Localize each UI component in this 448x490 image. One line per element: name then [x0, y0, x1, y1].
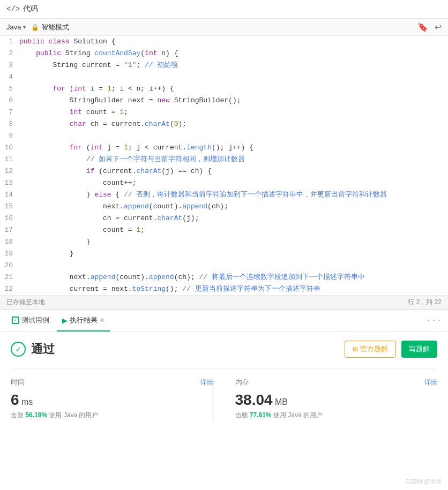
line-content: } else { // 否则，将计数器和当前字符追加到下一个描述字符串中，并更新… [19, 189, 448, 201]
pass-row: ✓ 通过 ⊞ 官方题解 写题解 [11, 341, 437, 358]
line-content: } [19, 248, 448, 260]
lock-icon: 🔒 [31, 24, 39, 31]
line-number: 1 [0, 36, 19, 48]
code-lines: 1public class Solution {2 public String … [0, 36, 448, 295]
table-row: 14 } else { // 否则，将计数器和当前字符追加到下一个描述字符串中，… [0, 189, 448, 201]
line-number: 8 [0, 118, 19, 130]
line-number: 22 [0, 283, 19, 295]
tab-test-case[interactable]: ✓ 测试用例 [6, 310, 55, 331]
table-row: 1public class Solution { [0, 36, 448, 48]
table-row: 21 next.append(count).append(ch); // 将最后… [0, 272, 448, 283]
code-editor[interactable]: 1public class Solution {2 public String … [0, 36, 448, 295]
table-row: 5 for (int i = 1; i < n; i++) { [0, 83, 448, 95]
bottom-tabs-left: ✓ 测试用例 ▶ 执行结果 ✕ [6, 310, 110, 331]
line-number: 4 [0, 71, 19, 83]
lang-label: Java [6, 23, 21, 31]
table-row: 20 [0, 260, 448, 272]
line-content: count = 1; [19, 224, 448, 236]
stat-detail-link[interactable]: 详情 [200, 378, 213, 387]
stat-beat: 击败 56.19% 使用 Java 的用户 [11, 411, 213, 420]
settings-button[interactable]: ↩ [435, 22, 442, 32]
line-content: char ch = current.charAt(0); [19, 118, 448, 130]
official-solution-button[interactable]: ⊞ 官方题解 [345, 341, 396, 358]
mode-label: 智能模式 [41, 22, 69, 32]
line-content: StringBuilder next = new StringBuilder()… [19, 95, 448, 107]
bookmark-button[interactable]: 🔖 [417, 22, 428, 32]
status-position: 行 2，列 22 [408, 298, 442, 307]
table-row: 9 [0, 130, 448, 142]
write-solution-button[interactable]: 写题解 [401, 341, 437, 358]
line-content: String current = "1"; // 初始项 [19, 59, 448, 71]
line-number: 21 [0, 272, 19, 283]
lang-selector[interactable]: Java ▾ [6, 23, 26, 31]
stat-detail-link[interactable]: 详情 [424, 378, 437, 387]
stat-label-text: 内存 [235, 378, 249, 387]
watermark: CSDN @世俗 [406, 478, 442, 486]
tab-test-label: 测试用例 [21, 315, 49, 325]
toolbar-left: Java ▾ 🔒 智能模式 [6, 22, 69, 32]
line-content: current = next.toString(); // 更新当前描述字符串为… [19, 283, 448, 295]
stat-unit: MB [273, 397, 288, 406]
tab-exec-label: 执行结果 [70, 315, 98, 325]
result-panel: ✓ 通过 ⊞ 官方题解 写题解 时间 详情 6 ms 击败 56.19% 使用 … [0, 332, 448, 428]
code-icon: </> [6, 5, 20, 13]
toolbar-right: 🔖 ↩ [417, 22, 442, 32]
bottom-tabs: ✓ 测试用例 ▶ 执行结果 ✕ ··· [0, 310, 448, 332]
line-number: 15 [0, 201, 19, 213]
stat-beat: 击败 77.61% 使用 Java 的用户 [235, 411, 438, 420]
official-icon: ⊞ [353, 345, 358, 353]
stat-value: 6 ms [11, 391, 213, 409]
line-content: int count = 1; [19, 107, 448, 118]
test-case-icon: ✓ [12, 316, 19, 324]
table-row: 4 [0, 71, 448, 83]
chevron-down-icon: ▾ [23, 24, 26, 30]
stat-unit: ms [19, 397, 33, 406]
stat-label-row: 时间 详情 [11, 378, 213, 387]
stat-value: 38.04 MB [235, 391, 438, 409]
line-number: 5 [0, 83, 19, 95]
table-row: 2 public String countAndSay(int n) { [0, 48, 448, 59]
table-row: 10 for (int j = 1; j < current.length();… [0, 142, 448, 154]
line-number: 12 [0, 165, 19, 177]
line-content: next.append(count).append(ch); [19, 201, 448, 213]
table-row: 18 } [0, 236, 448, 248]
stat-label-text: 时间 [11, 378, 25, 387]
header-title: 代码 [23, 4, 38, 14]
line-content: next.append(count).append(ch); // 将最后一个连… [19, 272, 448, 283]
line-content [19, 260, 448, 272]
tab-exec-result[interactable]: ▶ 执行结果 ✕ [57, 310, 110, 331]
line-number: 9 [0, 130, 19, 142]
code-header: </> 代码 [0, 0, 448, 19]
line-content: public String countAndSay(int n) { [19, 48, 448, 59]
line-number: 20 [0, 260, 19, 272]
line-content: for (int j = 1; j < current.length(); j+… [19, 142, 448, 154]
table-row: 17 count = 1; [0, 224, 448, 236]
table-row: 8 char ch = current.charAt(0); [0, 118, 448, 130]
beat-pct: 77.61% [250, 411, 272, 419]
line-number: 10 [0, 142, 19, 154]
beat-pct: 56.19% [25, 411, 47, 419]
table-row: 11 // 如果下一个字符与当前字符相同，则增加计数器 [0, 154, 448, 165]
table-row: 3 String current = "1"; // 初始项 [0, 59, 448, 71]
smart-mode: 🔒 智能模式 [31, 22, 69, 32]
line-number: 3 [0, 59, 19, 71]
line-number: 17 [0, 224, 19, 236]
line-content: } [19, 236, 448, 248]
line-number: 2 [0, 48, 19, 59]
line-number: 7 [0, 107, 19, 118]
table-row: 19 } [0, 248, 448, 260]
toolbar: Java ▾ 🔒 智能模式 🔖 ↩ [0, 19, 448, 36]
line-number: 16 [0, 213, 19, 224]
more-menu-button[interactable]: ··· [426, 316, 442, 326]
table-row: 13 count++; [0, 177, 448, 189]
tab-close-icon[interactable]: ✕ [100, 317, 104, 324]
line-content: for (int i = 1; i < n; i++) { [19, 83, 448, 95]
pass-text: 通过 [31, 341, 55, 357]
stat-label-row: 内存 详情 [235, 378, 438, 387]
line-content: // 如果下一个字符与当前字符相同，则增加计数器 [19, 154, 448, 165]
line-number: 18 [0, 236, 19, 248]
pass-right: ⊞ 官方题解 写题解 [345, 341, 437, 358]
stats-row: 时间 详情 6 ms 击败 56.19% 使用 Java 的用户 内存 详情 3… [11, 368, 437, 420]
table-row: 15 next.append(count).append(ch); [0, 201, 448, 213]
bottom-panel: ✓ 测试用例 ▶ 执行结果 ✕ ··· ✓ 通过 ⊞ 官方题解 写题解 [0, 309, 448, 428]
